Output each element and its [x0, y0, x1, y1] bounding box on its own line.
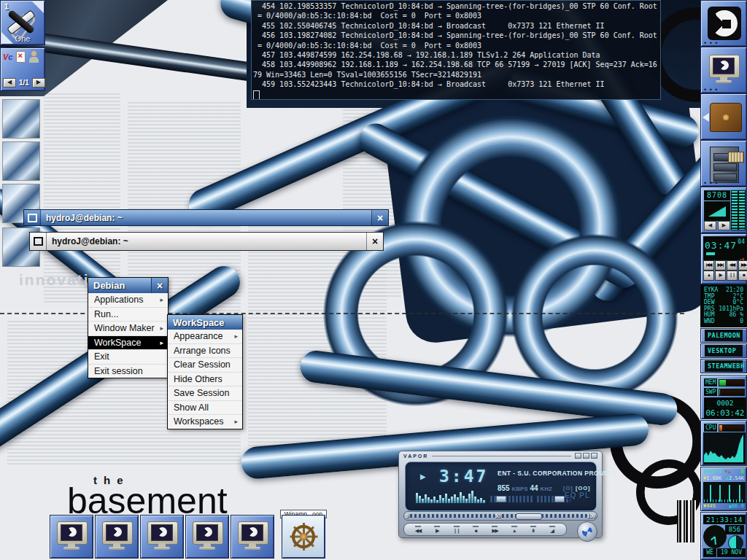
root-menu-close-button[interactable]: ×	[151, 278, 168, 293]
dock-drawer-appicon[interactable]	[700, 93, 747, 140]
dock-wmaker-appicon[interactable]: • • •	[700, 0, 747, 47]
rx-tx-arrows-icon: ▼▲	[724, 469, 731, 475]
menu-item-workspaces[interactable]: Workspaces▸	[168, 414, 242, 429]
channel-left-button[interactable]: ◀	[704, 221, 716, 230]
vc-app-icon[interactable]: Vc	[3, 52, 12, 61]
menu-item-applications[interactable]: Applications▸	[88, 293, 168, 307]
document-close-icon[interactable]	[16, 51, 26, 63]
next-track-button[interactable]: ▶▶|	[715, 260, 726, 271]
winamp-titlebar[interactable]: VAPOR	[399, 451, 602, 460]
menu-item-window-maker[interactable]: Window Maker▸	[88, 321, 168, 335]
eject-button[interactable]: ▲	[703, 271, 714, 281]
seek-label: 0	[406, 513, 409, 518]
launcher-palemoon[interactable]: PALEMOON	[700, 328, 747, 343]
winamp-shade-button[interactable]	[583, 453, 589, 459]
next-button[interactable]: ▶▶	[492, 526, 498, 533]
winamp-player[interactable]: VAPOR ▶ 3:47 ENT - S.U. CORPORATION PROU…	[398, 451, 603, 538]
stop-button[interactable]: ■	[738, 271, 747, 281]
memory-dockapp[interactable]: MEM SWP 0002 days, 06:03:42	[700, 375, 747, 419]
eject-button[interactable]: ▲	[511, 526, 517, 533]
menu-item-arrange-icons[interactable]: Arrange Icons	[168, 343, 242, 358]
play-button[interactable]: ▶	[434, 526, 440, 533]
previous-button[interactable]: ◀◀	[415, 526, 421, 533]
wallpaper-thumbnail	[2, 141, 40, 181]
balance-button[interactable]: ◢	[549, 526, 555, 533]
menu-item-label: Exit session	[94, 366, 163, 376]
terminal-window[interactable]: 454 102.198533357 TechnicolorD_10:84:bd …	[251, 0, 661, 100]
terminal-line: 79 Win=33463 Len=0 TSval=1003655156 TSec…	[253, 70, 659, 79]
play-button[interactable]: ▶	[715, 271, 726, 281]
rewind-button[interactable]: ◀◀	[727, 260, 738, 271]
winamp-close-button[interactable]	[591, 453, 597, 459]
winamp-display: ▶ 3:47 ENT - S.U. CORPORATION PROUDLY 85…	[405, 462, 597, 511]
prev-track-button[interactable]: |◀◀	[703, 260, 714, 271]
close-button[interactable]: ×	[366, 233, 383, 250]
pause-button[interactable]: ❘❘	[727, 271, 738, 281]
cpu-dockapp[interactable]: CPU	[700, 420, 747, 466]
balance-slider[interactable]	[490, 496, 533, 502]
cd-player-dockapp[interactable]: 04 03:47 ↺ *8TRANS |◀◀▶▶|◀◀▶▶ ▲▶❘❘■	[700, 233, 747, 284]
close-button[interactable]: ×	[371, 210, 388, 225]
menu-item-exit[interactable]: Exit	[88, 349, 168, 364]
dock-xterm-appicon[interactable]: • • •	[700, 47, 747, 93]
mixer-dockapp[interactable]: 8708 ◀▶	[700, 187, 747, 233]
menu-item-show-all[interactable]: Show All	[168, 400, 242, 415]
xterm-miniwindow[interactable]	[95, 515, 139, 559]
menu-item-label: Appearance	[174, 331, 234, 341]
vis-bar	[445, 494, 447, 503]
vis-bar	[465, 499, 468, 503]
network-dockapp[interactable]: ENP4S0 ▼▲ B ▼1.68K ▲2.54K ▼445 ▲66.0	[700, 467, 747, 511]
launcher-steamwebh[interactable]: STEAMWEBH	[700, 359, 747, 373]
miniaturize-button[interactable]	[30, 233, 47, 250]
stop-button[interactable]: ■	[473, 526, 479, 533]
fast-forward-button[interactable]: ▶▶	[738, 260, 747, 271]
clock-dockapp[interactable]: 21:33:14 856 WE 19 NOV	[700, 512, 747, 560]
download-rate: 1.68K	[706, 475, 721, 481]
pause-icon: ❘❘	[453, 528, 460, 533]
pause-button[interactable]: ❘❘	[453, 526, 460, 533]
xterm-miniwindow[interactable]	[140, 515, 184, 559]
winamp-logo-knob[interactable]	[577, 521, 597, 542]
channel-right-button[interactable]: ▶	[718, 221, 730, 230]
terminal-line: 455 102.550406745 TechnicolorD_10:84:bd …	[253, 21, 659, 31]
vis-bar	[448, 499, 450, 503]
drawer-open-arrow[interactable]	[703, 113, 709, 122]
bitrate-unit: KBPS	[511, 486, 527, 492]
playlist-button[interactable]: PL	[579, 491, 590, 499]
xterm-miniwindow[interactable]	[231, 515, 274, 559]
shaded-window-unfocused[interactable]: hydroJ@debian: ~ ×	[29, 232, 384, 251]
shaded-window-focused[interactable]: hydroJ@debian: ~ ×	[23, 209, 389, 226]
menu-item-hide-others[interactable]: Hide Others	[168, 372, 242, 386]
menu-item-exit-session[interactable]: Exit session	[88, 364, 168, 378]
tray-prev-button[interactable]: ◀	[3, 78, 16, 88]
root-menu-titlebar[interactable]: Debian ×	[88, 278, 168, 293]
menu-item-workspace[interactable]: WorkSpace▸	[88, 335, 168, 350]
winamp-miniwindow[interactable]	[282, 515, 325, 559]
menu-item-save-session[interactable]: Save Session	[168, 386, 242, 400]
submenu-arrow-icon: ▸	[160, 324, 163, 332]
volume-level-icon[interactable]	[704, 201, 730, 221]
menu-item-clear-session[interactable]: Clear Session	[168, 357, 242, 372]
play-status-icon: ▶	[420, 472, 426, 481]
menu-item-run-[interactable]: Run...	[88, 307, 168, 322]
button-cap	[434, 526, 440, 527]
weather-dockapp[interactable]: EYKA21:20TMP2°CDEW0°CPRS1011hPaHUM86 %WN…	[700, 284, 747, 327]
seek-handle[interactable]	[516, 513, 542, 520]
dock-filecabinet-appicon[interactable]: • • •	[700, 140, 747, 187]
tray-dockapp[interactable]: Vc ◀ 1/1 ▶	[0, 47, 45, 91]
workspace-menu-titlebar[interactable]: WorkSpace	[168, 315, 242, 330]
winamp-minimize-button[interactable]	[575, 453, 581, 459]
miniaturize-button[interactable]	[24, 210, 41, 225]
xterm-miniwindow[interactable]	[185, 515, 229, 559]
swap-label: SWP	[704, 388, 717, 396]
menu-item-appearance[interactable]: Appearance▸	[168, 330, 242, 343]
xterm-miniwindow[interactable]	[50, 515, 93, 559]
menu-item-label: Clear Session	[174, 359, 238, 370]
equalizer-button[interactable]: EQ	[565, 491, 576, 499]
mem-usage-bar	[719, 379, 745, 386]
seek-bar[interactable]: 050100	[403, 511, 597, 521]
tray-next-button[interactable]: ▶	[32, 78, 45, 88]
user-app-icon[interactable]	[29, 51, 39, 63]
launcher-vesktop[interactable]: VESKTOP	[700, 343, 747, 358]
visualizer-button[interactable]: ılı	[530, 526, 536, 533]
